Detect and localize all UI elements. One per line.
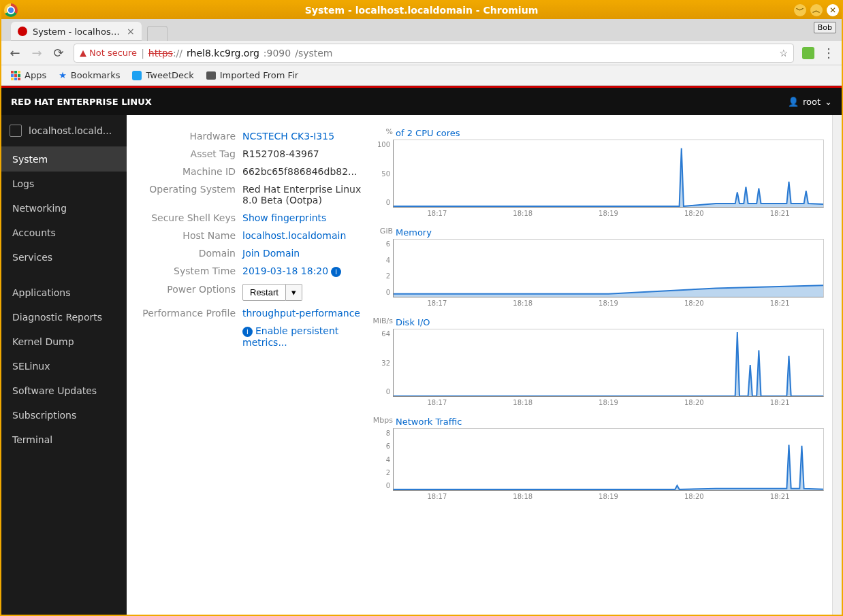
apps-shortcut[interactable]: Apps bbox=[11, 70, 46, 80]
chart-unit: MiB/s bbox=[368, 317, 393, 325]
sidebar-item-selinux[interactable]: SELinux bbox=[1, 354, 127, 378]
chart-plot[interactable] bbox=[393, 329, 824, 397]
reload-button[interactable]: ⟳ bbox=[52, 46, 65, 60]
sidebar-item-system[interactable]: System bbox=[1, 147, 127, 172]
power-menu-toggle[interactable]: ▾ bbox=[286, 284, 302, 301]
vertical-scrollbar[interactable] bbox=[832, 115, 842, 616]
sidebar-item-applications[interactable]: Applications bbox=[1, 280, 127, 305]
app-header: RED HAT ENTERPRISE LINUX 👤 root ⌄ bbox=[1, 88, 842, 115]
link-show-fingerprints[interactable]: Show fingerprints bbox=[242, 212, 362, 223]
brand-title: RED HAT ENTERPRISE LINUX bbox=[11, 97, 152, 107]
chart-unit: % bbox=[368, 127, 393, 136]
sidebar-item-kernel-dump[interactable]: Kernel Dump bbox=[1, 329, 127, 354]
back-button[interactable]: ← bbox=[8, 46, 22, 60]
tab-strip: System - localhost.lo × Bob bbox=[1, 19, 842, 41]
chart-network-traffic: MbpsNetwork Traffic8642018:1718:1818:191… bbox=[368, 416, 824, 500]
chart-unit: Mbps bbox=[368, 416, 393, 425]
sidebar-host[interactable]: localhost.locald... bbox=[1, 115, 127, 147]
x-axis: 18:1718:1818:1918:2018:21 bbox=[393, 208, 824, 217]
link-hostname[interactable]: localhost.localdomain bbox=[242, 230, 362, 241]
restart-button[interactable]: Restart bbox=[242, 284, 286, 301]
tab-title: System - localhost.lo bbox=[33, 27, 121, 37]
chromium-icon bbox=[4, 3, 18, 17]
sidebar: localhost.locald... SystemLogsNetworking… bbox=[1, 115, 127, 616]
value-machineid: 662bc65f886846db82... bbox=[242, 166, 362, 177]
tab-close-icon[interactable]: × bbox=[127, 26, 135, 37]
chart-of-2-cpu-cores: %of 2 CPU cores10050018:1718:1818:1918:2… bbox=[368, 127, 824, 217]
label-asset: Asset Tag bbox=[127, 148, 242, 159]
info-icon: i bbox=[242, 327, 253, 337]
window-title: System - localhost.localdomain - Chromiu… bbox=[1, 5, 842, 16]
label-domain: Domain bbox=[127, 248, 242, 259]
user-name: root bbox=[803, 97, 821, 107]
chart-plot[interactable] bbox=[393, 239, 824, 297]
profile-badge[interactable]: Bob bbox=[814, 22, 836, 33]
user-menu[interactable]: 👤 root ⌄ bbox=[788, 97, 832, 107]
imported-folder[interactable]: Imported From Fir bbox=[206, 70, 298, 80]
sidebar-item-diagnostic-reports[interactable]: Diagnostic Reports bbox=[1, 305, 127, 329]
label-os: Operating System bbox=[127, 184, 242, 195]
chart-plot[interactable] bbox=[393, 428, 824, 491]
chart-title-link[interactable]: Memory bbox=[396, 227, 432, 238]
bookmark-star-icon[interactable]: ☆ bbox=[779, 48, 788, 59]
tweetdeck-shortcut[interactable]: TweetDeck bbox=[132, 70, 193, 80]
folder-icon bbox=[206, 71, 216, 80]
y-axis: 6420 bbox=[368, 239, 393, 297]
label-hostname: Host Name bbox=[127, 230, 242, 241]
main-content: HardwareNCSTECH CK3-I315 Asset TagR15270… bbox=[127, 115, 832, 616]
forward-button[interactable]: → bbox=[30, 46, 44, 60]
browser-tab[interactable]: System - localhost.lo × bbox=[11, 22, 142, 41]
not-secure-badge[interactable]: ▲ Not secure bbox=[80, 48, 137, 58]
bookmarks-bar: Apps ★Bookmarks TweetDeck Imported From … bbox=[1, 65, 842, 86]
sidebar-item-logs[interactable]: Logs bbox=[1, 172, 127, 196]
sidebar-item-terminal[interactable]: Terminal bbox=[1, 427, 127, 452]
sidebar-item-software-updates[interactable]: Software Updates bbox=[1, 378, 127, 403]
label-machineid: Machine ID bbox=[127, 166, 242, 177]
browser-menu-icon[interactable]: ⋮ bbox=[823, 46, 835, 60]
label-systime: System Time bbox=[127, 265, 242, 276]
chevron-down-icon: ⌄ bbox=[825, 97, 832, 107]
chart-unit: GiB bbox=[368, 227, 393, 236]
extension-icon[interactable] bbox=[802, 47, 814, 59]
chart-title-link[interactable]: of 2 CPU cores bbox=[396, 128, 460, 138]
apps-icon bbox=[11, 71, 20, 80]
value-asset: R152708-43967 bbox=[242, 148, 362, 159]
server-icon bbox=[10, 125, 22, 137]
link-join-domain[interactable]: Join Domain bbox=[242, 248, 362, 259]
sidebar-item-networking[interactable]: Networking bbox=[1, 196, 127, 221]
user-icon: 👤 bbox=[788, 97, 799, 107]
new-tab-button[interactable] bbox=[147, 26, 168, 41]
chart-title-link[interactable]: Network Traffic bbox=[396, 417, 462, 427]
info-icon: i bbox=[331, 267, 341, 277]
link-systime[interactable]: 2019-03-18 18:20i bbox=[242, 265, 362, 277]
window-minimize-button[interactable]: ﹀ bbox=[794, 4, 806, 16]
window-maximize-button[interactable]: ︿ bbox=[810, 4, 823, 16]
url-input[interactable]: ▲ Not secure | https://rhel8.kc9rg.org:9… bbox=[74, 44, 794, 63]
sidebar-host-label: localhost.locald... bbox=[29, 125, 112, 136]
chart-title-link[interactable]: Disk I/O bbox=[396, 317, 430, 327]
chart-memory: GiBMemory642018:1718:1818:1918:2018:21 bbox=[368, 227, 824, 307]
y-axis: 64320 bbox=[368, 329, 393, 397]
chart-plot[interactable] bbox=[393, 140, 824, 208]
y-axis: 100500 bbox=[368, 140, 393, 208]
sidebar-item-accounts[interactable]: Accounts bbox=[1, 221, 127, 245]
link-perf-profile[interactable]: throughput-performance bbox=[242, 308, 362, 319]
redhat-icon bbox=[18, 27, 27, 36]
sidebar-item-services[interactable]: Services bbox=[1, 245, 127, 270]
label-perf: Performance Profile bbox=[127, 308, 242, 319]
star-icon: ★ bbox=[59, 70, 67, 80]
value-os: Red Hat Enterprise Linux 8.0 Beta (Ootpa… bbox=[242, 184, 362, 206]
link-enable-metrics[interactable]: iEnable persistent metrics... bbox=[242, 325, 362, 348]
label-hardware: Hardware bbox=[127, 131, 242, 142]
x-axis: 18:1718:1818:1918:2018:21 bbox=[393, 397, 824, 406]
bookmarks-shortcut[interactable]: ★Bookmarks bbox=[59, 70, 120, 80]
value-hardware[interactable]: NCSTECH CK3-I315 bbox=[242, 131, 362, 142]
twitter-icon bbox=[132, 71, 142, 80]
window-close-button[interactable]: ✕ bbox=[827, 4, 839, 16]
x-axis: 18:1718:1818:1918:2018:21 bbox=[393, 297, 824, 307]
sidebar-item-subscriptions[interactable]: Subscriptions bbox=[1, 403, 127, 427]
system-details: HardwareNCSTECH CK3-I315 Asset TagR15270… bbox=[127, 127, 362, 604]
address-bar: ← → ⟳ ▲ Not secure | https://rhel8.kc9rg… bbox=[1, 41, 842, 65]
label-power: Power Options bbox=[127, 284, 242, 295]
window-titlebar: System - localhost.localdomain - Chromiu… bbox=[1, 1, 842, 19]
